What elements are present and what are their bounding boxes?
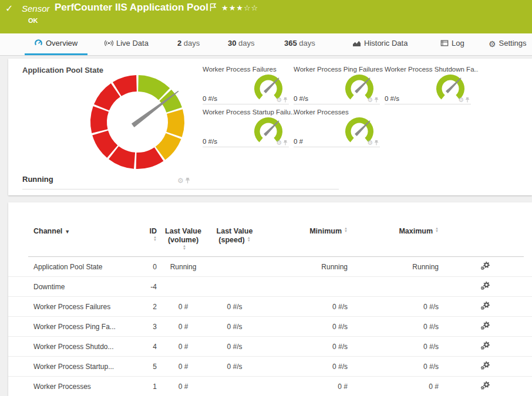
status-badge: OK xyxy=(28,17,38,24)
area-chart-icon xyxy=(352,39,361,49)
table-row[interactable]: Worker Process Startup...50 #0 #/s0 #/s0… xyxy=(8,357,532,377)
channel-settings-gears-icon[interactable] xyxy=(480,264,490,272)
channel-settings-gears-icon[interactable] xyxy=(480,344,490,352)
cell-channel: Worker Processes xyxy=(33,383,145,391)
live-data-icon xyxy=(105,39,113,49)
tab-30-days[interactable]: 30 days xyxy=(228,39,255,48)
tab-historic-data[interactable]: Historic Data xyxy=(352,39,408,49)
tab-bar: Overview Live Data 2 days 30 days 365 da… xyxy=(0,33,532,56)
cell-last-speed: 0 #/s xyxy=(210,303,260,311)
channel-settings-gears-icon[interactable] xyxy=(480,324,490,332)
cell-last-speed: 0 #/s xyxy=(210,343,260,351)
gauge-tile-4[interactable]: Worker Processes0 #⚙ xyxy=(294,109,380,147)
table-row[interactable]: Worker Process Ping Fa...30 #0 #/s0 #/s0… xyxy=(8,317,532,337)
gear-icon[interactable]: ⚙ xyxy=(458,96,464,103)
col-header-id[interactable]: ID▲▼ xyxy=(145,227,157,243)
pin-icon[interactable] xyxy=(373,96,379,103)
tab-settings[interactable]: ⚙Settings xyxy=(489,39,527,49)
tab-2-days[interactable]: 2 days xyxy=(177,39,200,48)
cell-last-speed: 0 #/s xyxy=(210,323,260,331)
prtg-sensor-page: ✓ Sensor PerfCounter IIS Application Poo… xyxy=(0,0,532,396)
tab-live-data-label: Live Data xyxy=(116,39,149,48)
gear-icon[interactable]: ⚙ xyxy=(276,139,282,146)
pin-icon[interactable] xyxy=(184,177,190,185)
cell-last-volume: 0 # xyxy=(157,363,210,371)
col-header-last-volume[interactable]: Last Value(volume)▲▼ xyxy=(157,227,210,251)
cell-maximum: Running xyxy=(348,263,439,271)
cell-maximum: 0 #/s xyxy=(348,303,439,311)
application-pool-state-gauge[interactable] xyxy=(87,72,188,172)
cell-id: 4 xyxy=(145,343,157,351)
col-header-last-speed[interactable]: Last Value(speed)▲▼ xyxy=(210,227,260,245)
col-header-maximum[interactable]: Maximum▲▼ xyxy=(348,227,439,235)
channel-settings-gears-icon[interactable] xyxy=(480,364,490,372)
sensor-status-bar: ✓ Sensor PerfCounter IIS Application Poo… xyxy=(0,0,532,33)
gauge-tile-1[interactable]: Worker Process Ping Failures0 #/s⚙ xyxy=(294,66,380,104)
pin-icon[interactable] xyxy=(373,139,379,146)
col-header-channel[interactable]: Channel▼ xyxy=(33,227,145,235)
cell-channel: Worker Process Shutdo... xyxy=(33,343,145,351)
gauge-segment-yellow xyxy=(166,109,184,137)
tab-log[interactable]: Log xyxy=(440,39,464,49)
object-kind-label: Sensor xyxy=(22,4,50,13)
pin-icon[interactable] xyxy=(282,139,288,146)
tab-2-days-label: days xyxy=(184,39,200,48)
gauge-tile-value: 0 #/s xyxy=(294,95,308,102)
cell-minimum: 0 #/s xyxy=(260,303,348,311)
priority-flag-icon[interactable] xyxy=(210,3,217,14)
pin-icon[interactable] xyxy=(282,96,288,103)
cell-minimum: 0 #/s xyxy=(260,323,348,331)
cell-id: 1 xyxy=(145,383,157,391)
tab-log-label: Log xyxy=(452,39,464,48)
channel-settings-gears-icon[interactable] xyxy=(480,384,490,392)
gear-icon[interactable]: ⚙ xyxy=(367,96,373,103)
gauge-tile-title: Worker Processes xyxy=(294,109,349,116)
table-row[interactable]: Worker Process Failures20 #0 #/s0 #/s0 #… xyxy=(8,297,532,317)
cell-last-volume: 0 # xyxy=(157,383,210,391)
cell-id: 5 xyxy=(145,363,157,371)
channel-settings-gears-icon[interactable] xyxy=(480,284,490,292)
table-row[interactable]: Application Pool State0RunningRunningRun… xyxy=(8,257,532,277)
gauge-tile-2[interactable]: Worker Process Shutdown Fa...0 #/s⚙ xyxy=(385,66,471,104)
channel-settings-gears-icon[interactable] xyxy=(480,304,490,312)
cell-last-volume: 0 # xyxy=(157,323,210,331)
col-header-minimum[interactable]: Minimum▲▼ xyxy=(260,227,348,235)
cell-minimum: 0 #/s xyxy=(260,343,348,351)
main-gauge-value: Running xyxy=(22,175,53,184)
gear-icon: ⚙ xyxy=(489,39,496,49)
tab-live-data[interactable]: Live Data xyxy=(105,39,149,49)
table-row[interactable]: Downtime-4 xyxy=(8,277,532,297)
gauge-tile-3[interactable]: Worker Process Startup Failu...0 #/s⚙ xyxy=(203,109,289,147)
tab-365-days[interactable]: 365 days xyxy=(284,39,315,48)
cell-maximum: 0 # xyxy=(348,383,439,391)
gauge-tile-value: 0 # xyxy=(294,138,303,145)
gauge-tile-0[interactable]: Worker Process Failures0 #/s⚙ xyxy=(203,66,289,104)
gauge-tile-value: 0 #/s xyxy=(385,95,399,102)
cell-channel: Worker Process Ping Fa... xyxy=(33,323,145,331)
priority-stars[interactable]: ★★★☆☆ xyxy=(221,4,258,12)
log-list-icon xyxy=(440,39,449,49)
gear-icon[interactable]: ⚙ xyxy=(276,96,282,103)
tab-365-days-label: days xyxy=(299,39,315,48)
main-tile-icons: ⚙ xyxy=(177,177,190,184)
cell-minimum: Running xyxy=(260,263,348,271)
gauge-tile-icons: ⚙ xyxy=(458,96,470,103)
gauge-tile-value: 0 #/s xyxy=(203,138,217,145)
sort-caret-icon: ▼ xyxy=(65,229,70,235)
tab-overview-label: Overview xyxy=(46,39,78,48)
table-row[interactable]: Worker Process Shutdo...40 #0 #/s0 #/s0 … xyxy=(8,337,532,357)
cell-maximum: 0 #/s xyxy=(348,363,439,371)
pin-icon[interactable] xyxy=(464,96,470,103)
gear-icon[interactable]: ⚙ xyxy=(367,139,373,146)
table-row[interactable]: Worker Processes10 #0 #0 # xyxy=(8,377,532,396)
gear-icon[interactable]: ⚙ xyxy=(177,177,184,185)
cell-maximum: 0 #/s xyxy=(348,323,439,331)
gauge-tile-icons: ⚙ xyxy=(276,96,288,103)
sort-icon: ▲▼ xyxy=(247,236,251,242)
gauge-tile-icons: ⚙ xyxy=(367,96,379,103)
gauge-tile-icons: ⚙ xyxy=(367,139,379,146)
cell-channel: Worker Process Failures xyxy=(33,303,145,311)
tab-overview[interactable]: Overview xyxy=(34,39,78,49)
tab-30-days-number: 30 xyxy=(228,39,236,48)
cell-last-volume: 0 # xyxy=(157,303,210,311)
